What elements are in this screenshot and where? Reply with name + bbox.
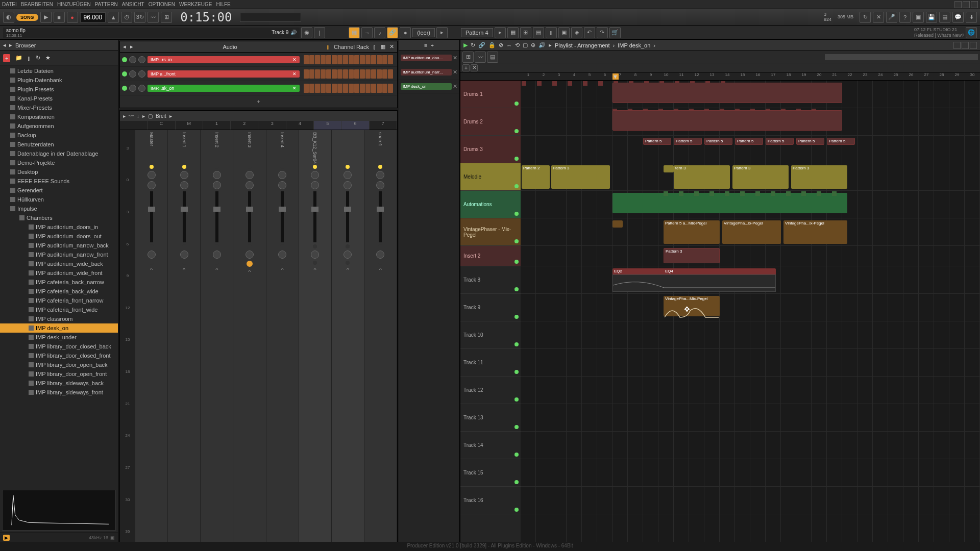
mixer-arrow[interactable]: ^ [379,267,382,273]
tree-item[interactable]: IMP cafeteria_front_wide [0,305,118,314]
tree-item[interactable]: Kanal-Presets [0,94,118,103]
mixer-arrow[interactable]: ^ [248,269,251,275]
clip[interactable]: Pattern 5 [674,138,702,145]
tree-item[interactable]: IMP library_door_closed_front [0,351,118,360]
tree-item[interactable]: Aufgenommen [0,121,118,131]
track-mute[interactable] [514,370,519,374]
tree-item[interactable]: IMP cafeteria_back_wide [0,287,118,296]
pl-magnet-icon[interactable]: ⊘ [499,42,503,48]
playlist-row[interactable]: Pattern 5 a...Mix-PegelVintagePha...ix-P… [521,218,980,246]
view-2-icon[interactable]: ⊞ [520,27,531,38]
menu-ansicht[interactable]: ANSICHT [122,2,144,7]
channel-vol-knob[interactable] [138,56,145,63]
playlist-row[interactable] [521,108,980,136]
mixer-pan-knob[interactable] [180,171,188,179]
pl-close-panel-icon[interactable]: ✕ [471,64,478,71]
mixer-track[interactable]: snare1 ^ [364,130,397,549]
step-sequencer[interactable] [302,53,395,66]
browser-star-icon[interactable]: ★ [45,55,51,61]
mixer-fader[interactable] [248,191,251,242]
browser-footer-icon[interactable]: ▣ [110,535,115,540]
channel-pan-knob[interactable] [129,70,136,78]
undo-icon[interactable]: ↶ [584,27,595,38]
chat-icon[interactable]: 💬 [952,12,964,23]
record-audio-icon[interactable]: ● [400,27,411,38]
tree-item[interactable]: EEEE EEEE Sounds [0,177,118,186]
picker-tool-1[interactable]: ≡ [424,42,427,48]
mixer-pan-knob[interactable] [213,171,221,179]
track-mute[interactable] [514,239,519,243]
mixer-fader[interactable] [150,191,153,242]
mixer-send-knob[interactable] [148,251,156,259]
mixer-mute[interactable] [378,244,382,248]
track-header[interactable]: Track 12 [460,377,521,404]
pl-maximize-button[interactable] [962,42,969,49]
clip-marker[interactable] [522,81,526,86]
mixer-ctrl-2[interactable]: 〰 [129,113,134,119]
menu-hilfe[interactable]: HILFE [216,2,230,7]
clip-marker[interactable] [740,191,745,196]
track-mute[interactable] [514,260,519,264]
toolbar-icon-1[interactable]: ▣ [913,12,924,23]
globe-icon[interactable]: 🌐 [966,27,977,38]
timecode-display[interactable]: 0:15:00 [180,10,232,24]
mixer-track[interactable]: Insert 4 ^ [266,130,299,549]
tree-item[interactable]: Plugin-Datenbank [0,76,118,85]
channel-label[interactable]: IMP a...front ✕ [148,70,300,78]
mixer-stereo-knob[interactable] [148,181,156,189]
mixer-send-knob[interactable] [180,251,188,259]
arrow-icon[interactable]: → [361,27,373,38]
playlist-row[interactable] [521,377,980,404]
playlist-row[interactable] [521,459,980,487]
track-header[interactable]: Track 11 [460,349,521,377]
clip[interactable]: VintagePha...ix-Pegel [783,220,847,244]
browser-filter-icon[interactable]: ⫿ [28,55,31,61]
track-mute[interactable] [514,184,519,188]
track-header[interactable]: Track 15 [460,459,521,487]
clip-marker[interactable] [725,191,729,196]
pl-minimize-button[interactable] [953,42,961,49]
track-mute[interactable] [514,397,519,402]
view-1-icon[interactable]: ▦ [507,27,519,38]
mixer-send-knob[interactable] [246,251,254,259]
playlist-row[interactable] [521,81,980,108]
tree-item[interactable]: Impulse [0,204,118,213]
mixer-send-knob[interactable] [344,251,352,259]
menu-optionen[interactable]: OPTIONEN [149,2,175,7]
tree-item[interactable]: IMP auditorium_wide_front [0,268,118,278]
tree-item[interactable]: Desktop [0,167,118,177]
browser-add-icon[interactable]: + [3,54,10,62]
record-button[interactable]: ● [67,12,78,23]
tree-item[interactable]: Kompositionen [0,112,118,121]
mixer-arrow[interactable]: ^ [281,267,283,273]
track-mute[interactable] [514,425,519,429]
clip[interactable]: tern 3 [674,165,730,189]
mixer-track[interactable]: Insert 2 ^ [201,130,233,549]
cr-close-icon[interactable]: ✕ [389,43,394,50]
track-mute[interactable] [514,453,519,457]
step-icon[interactable]: ⊞ [161,12,172,23]
metronome-icon[interactable]: ▲ [108,12,119,23]
track-mute[interactable] [514,342,519,346]
mixer-mute[interactable] [313,244,317,248]
tree-item[interactable]: IMP library_door_open_back [0,360,118,369]
tree-item[interactable]: Backup [0,131,118,140]
channel-mute[interactable] [122,86,127,91]
clip[interactable]: Pattern 5 [827,138,855,145]
track-mute[interactable] [514,212,519,216]
track-header[interactable]: Track 14 [460,432,521,459]
stop-button[interactable]: ■ [54,12,65,23]
tree-item[interactable]: IMP cafeteria_front_narrow [0,296,118,305]
menu-bearbeiten[interactable]: BEARBEITEN [21,2,53,7]
view-3-icon[interactable]: ▤ [533,27,544,38]
mixer-arrow[interactable]: ^ [215,267,218,273]
leer-dropdown[interactable]: (leer) [412,28,435,37]
playlist-grid[interactable]: Pattern 5Pattern 5Pattern 5Pattern 5Patt… [521,81,980,551]
mixer-route[interactable] [346,261,350,265]
track-header[interactable]: Track 8 [460,266,521,294]
tree-item[interactable]: IMP auditorium_narrow_front [0,250,118,259]
pl-add-track-icon[interactable]: + [462,64,470,71]
playlist-row[interactable]: Pattern 2Pattern 3tern 3Pattern 3Pattern… [521,163,980,191]
help-icon[interactable]: ? [899,12,911,23]
minimize-button[interactable] [954,1,962,8]
